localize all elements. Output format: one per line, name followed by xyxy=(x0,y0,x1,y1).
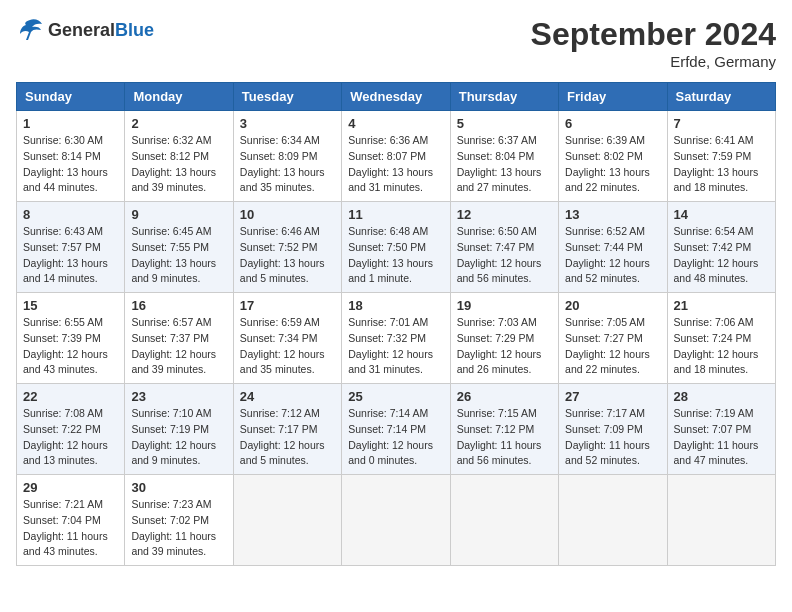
calendar-cell: 19Sunrise: 7:03 AMSunset: 7:29 PMDayligh… xyxy=(450,293,558,384)
day-info: Sunrise: 7:10 AMSunset: 7:19 PMDaylight:… xyxy=(131,406,226,469)
day-info: Sunrise: 6:59 AMSunset: 7:34 PMDaylight:… xyxy=(240,315,335,378)
day-info: Sunrise: 7:14 AMSunset: 7:14 PMDaylight:… xyxy=(348,406,443,469)
calendar-cell: 29Sunrise: 7:21 AMSunset: 7:04 PMDayligh… xyxy=(17,475,125,566)
logo-text: General Blue xyxy=(48,21,154,39)
month-title: September 2024 xyxy=(531,16,776,53)
day-info: Sunrise: 6:32 AMSunset: 8:12 PMDaylight:… xyxy=(131,133,226,196)
day-number: 29 xyxy=(23,480,118,495)
calendar-cell: 6Sunrise: 6:39 AMSunset: 8:02 PMDaylight… xyxy=(559,111,667,202)
calendar-cell: 24Sunrise: 7:12 AMSunset: 7:17 PMDayligh… xyxy=(233,384,341,475)
calendar-table: Sunday Monday Tuesday Wednesday Thursday… xyxy=(16,82,776,566)
col-saturday: Saturday xyxy=(667,83,775,111)
week-row-4: 22Sunrise: 7:08 AMSunset: 7:22 PMDayligh… xyxy=(17,384,776,475)
day-info: Sunrise: 7:19 AMSunset: 7:07 PMDaylight:… xyxy=(674,406,769,469)
day-number: 6 xyxy=(565,116,660,131)
day-number: 18 xyxy=(348,298,443,313)
day-number: 15 xyxy=(23,298,118,313)
day-info: Sunrise: 6:37 AMSunset: 8:04 PMDaylight:… xyxy=(457,133,552,196)
day-info: Sunrise: 6:52 AMSunset: 7:44 PMDaylight:… xyxy=(565,224,660,287)
day-number: 8 xyxy=(23,207,118,222)
day-number: 13 xyxy=(565,207,660,222)
page-header: General Blue September 2024 Erfde, Germa… xyxy=(16,16,776,70)
day-info: Sunrise: 7:01 AMSunset: 7:32 PMDaylight:… xyxy=(348,315,443,378)
calendar-cell: 28Sunrise: 7:19 AMSunset: 7:07 PMDayligh… xyxy=(667,384,775,475)
day-number: 1 xyxy=(23,116,118,131)
logo: General Blue xyxy=(16,16,154,44)
day-number: 20 xyxy=(565,298,660,313)
calendar-cell: 26Sunrise: 7:15 AMSunset: 7:12 PMDayligh… xyxy=(450,384,558,475)
day-info: Sunrise: 7:03 AMSunset: 7:29 PMDaylight:… xyxy=(457,315,552,378)
day-number: 26 xyxy=(457,389,552,404)
col-sunday: Sunday xyxy=(17,83,125,111)
day-info: Sunrise: 6:41 AMSunset: 7:59 PMDaylight:… xyxy=(674,133,769,196)
day-number: 21 xyxy=(674,298,769,313)
calendar-cell: 1Sunrise: 6:30 AMSunset: 8:14 PMDaylight… xyxy=(17,111,125,202)
calendar-cell: 14Sunrise: 6:54 AMSunset: 7:42 PMDayligh… xyxy=(667,202,775,293)
day-info: Sunrise: 6:30 AMSunset: 8:14 PMDaylight:… xyxy=(23,133,118,196)
day-number: 30 xyxy=(131,480,226,495)
calendar-cell: 3Sunrise: 6:34 AMSunset: 8:09 PMDaylight… xyxy=(233,111,341,202)
calendar-cell xyxy=(450,475,558,566)
week-row-1: 1Sunrise: 6:30 AMSunset: 8:14 PMDaylight… xyxy=(17,111,776,202)
day-info: Sunrise: 6:54 AMSunset: 7:42 PMDaylight:… xyxy=(674,224,769,287)
calendar-cell: 22Sunrise: 7:08 AMSunset: 7:22 PMDayligh… xyxy=(17,384,125,475)
col-wednesday: Wednesday xyxy=(342,83,450,111)
calendar-cell xyxy=(342,475,450,566)
calendar-cell: 4Sunrise: 6:36 AMSunset: 8:07 PMDaylight… xyxy=(342,111,450,202)
day-number: 24 xyxy=(240,389,335,404)
calendar-cell: 13Sunrise: 6:52 AMSunset: 7:44 PMDayligh… xyxy=(559,202,667,293)
week-row-3: 15Sunrise: 6:55 AMSunset: 7:39 PMDayligh… xyxy=(17,293,776,384)
day-info: Sunrise: 6:45 AMSunset: 7:55 PMDaylight:… xyxy=(131,224,226,287)
logo-bird-icon xyxy=(16,16,44,44)
day-info: Sunrise: 6:55 AMSunset: 7:39 PMDaylight:… xyxy=(23,315,118,378)
col-tuesday: Tuesday xyxy=(233,83,341,111)
calendar-cell: 7Sunrise: 6:41 AMSunset: 7:59 PMDaylight… xyxy=(667,111,775,202)
day-number: 14 xyxy=(674,207,769,222)
col-thursday: Thursday xyxy=(450,83,558,111)
calendar-cell: 20Sunrise: 7:05 AMSunset: 7:27 PMDayligh… xyxy=(559,293,667,384)
calendar-cell xyxy=(559,475,667,566)
calendar-cell: 8Sunrise: 6:43 AMSunset: 7:57 PMDaylight… xyxy=(17,202,125,293)
col-monday: Monday xyxy=(125,83,233,111)
calendar-cell: 15Sunrise: 6:55 AMSunset: 7:39 PMDayligh… xyxy=(17,293,125,384)
day-number: 2 xyxy=(131,116,226,131)
day-info: Sunrise: 6:36 AMSunset: 8:07 PMDaylight:… xyxy=(348,133,443,196)
day-info: Sunrise: 7:17 AMSunset: 7:09 PMDaylight:… xyxy=(565,406,660,469)
day-info: Sunrise: 7:05 AMSunset: 7:27 PMDaylight:… xyxy=(565,315,660,378)
day-number: 4 xyxy=(348,116,443,131)
day-number: 19 xyxy=(457,298,552,313)
calendar-cell: 2Sunrise: 6:32 AMSunset: 8:12 PMDaylight… xyxy=(125,111,233,202)
calendar-cell: 9Sunrise: 6:45 AMSunset: 7:55 PMDaylight… xyxy=(125,202,233,293)
day-number: 23 xyxy=(131,389,226,404)
day-number: 28 xyxy=(674,389,769,404)
calendar-cell: 27Sunrise: 7:17 AMSunset: 7:09 PMDayligh… xyxy=(559,384,667,475)
day-number: 16 xyxy=(131,298,226,313)
day-number: 7 xyxy=(674,116,769,131)
day-info: Sunrise: 6:48 AMSunset: 7:50 PMDaylight:… xyxy=(348,224,443,287)
day-info: Sunrise: 7:12 AMSunset: 7:17 PMDaylight:… xyxy=(240,406,335,469)
calendar-cell: 18Sunrise: 7:01 AMSunset: 7:32 PMDayligh… xyxy=(342,293,450,384)
day-number: 25 xyxy=(348,389,443,404)
day-number: 10 xyxy=(240,207,335,222)
week-row-5: 29Sunrise: 7:21 AMSunset: 7:04 PMDayligh… xyxy=(17,475,776,566)
day-info: Sunrise: 6:50 AMSunset: 7:47 PMDaylight:… xyxy=(457,224,552,287)
calendar-cell xyxy=(667,475,775,566)
calendar-cell: 11Sunrise: 6:48 AMSunset: 7:50 PMDayligh… xyxy=(342,202,450,293)
title-section: September 2024 Erfde, Germany xyxy=(531,16,776,70)
calendar-cell: 12Sunrise: 6:50 AMSunset: 7:47 PMDayligh… xyxy=(450,202,558,293)
day-number: 9 xyxy=(131,207,226,222)
day-info: Sunrise: 6:39 AMSunset: 8:02 PMDaylight:… xyxy=(565,133,660,196)
calendar-cell: 10Sunrise: 6:46 AMSunset: 7:52 PMDayligh… xyxy=(233,202,341,293)
day-number: 22 xyxy=(23,389,118,404)
day-info: Sunrise: 7:23 AMSunset: 7:02 PMDaylight:… xyxy=(131,497,226,560)
day-info: Sunrise: 7:08 AMSunset: 7:22 PMDaylight:… xyxy=(23,406,118,469)
col-friday: Friday xyxy=(559,83,667,111)
day-number: 5 xyxy=(457,116,552,131)
logo-blue: Blue xyxy=(115,21,154,39)
calendar-cell: 23Sunrise: 7:10 AMSunset: 7:19 PMDayligh… xyxy=(125,384,233,475)
day-info: Sunrise: 7:21 AMSunset: 7:04 PMDaylight:… xyxy=(23,497,118,560)
calendar-cell: 30Sunrise: 7:23 AMSunset: 7:02 PMDayligh… xyxy=(125,475,233,566)
day-info: Sunrise: 6:57 AMSunset: 7:37 PMDaylight:… xyxy=(131,315,226,378)
calendar-cell: 17Sunrise: 6:59 AMSunset: 7:34 PMDayligh… xyxy=(233,293,341,384)
location-label: Erfde, Germany xyxy=(531,53,776,70)
